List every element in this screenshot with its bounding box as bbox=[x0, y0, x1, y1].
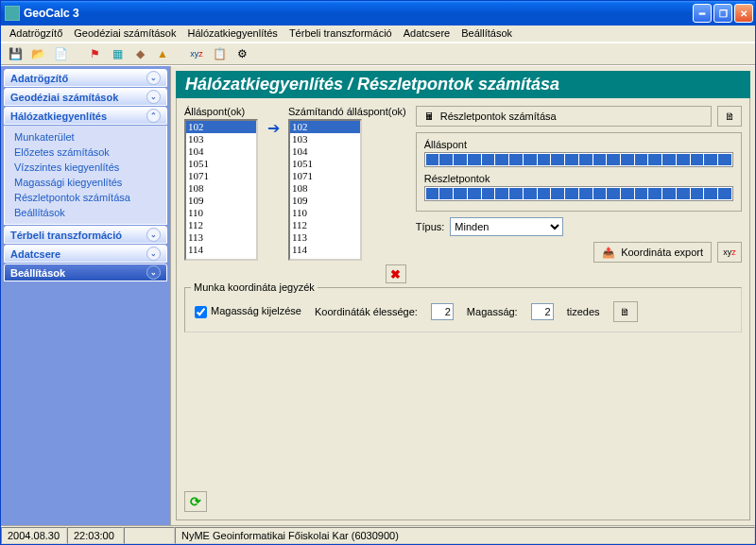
export-button[interactable]: 📤 Koordináta export bbox=[593, 242, 712, 263]
delete-button[interactable]: ✖ bbox=[386, 264, 406, 283]
panel-beallitasok[interactable]: Beállítások⌄ bbox=[4, 264, 167, 281]
list-item[interactable]: 115 bbox=[186, 256, 256, 261]
progress-label-1: Álláspont bbox=[424, 139, 733, 150]
panel-halozat-body: Munkaterület Előzetes számítások Vízszin… bbox=[4, 126, 167, 225]
titlebar: GeoCalc 3 ━ ❐ ✕ bbox=[1, 1, 755, 26]
right-listbox[interactable]: 10210310410511071108109110112113114115 bbox=[288, 119, 362, 261]
list-item[interactable]: 1051 bbox=[290, 158, 360, 170]
compute-button[interactable]: 🖩 Részletpontok számítása bbox=[416, 106, 712, 127]
close-button[interactable]: ✕ bbox=[734, 4, 753, 23]
menu-beallitasok[interactable]: Beállítások bbox=[456, 26, 517, 41]
list-item[interactable]: 1071 bbox=[290, 170, 360, 182]
menu-terbeli[interactable]: Térbeli transzformáció bbox=[284, 26, 397, 41]
statusbar: 2004.08.30 22:03:00 NyME Geoinformatikai… bbox=[1, 525, 755, 544]
minimize-button[interactable]: ━ bbox=[693, 4, 712, 23]
list-item[interactable]: 113 bbox=[290, 231, 360, 244]
munka-fieldset: Munka koordináta jegyzék Magasság kijelz… bbox=[184, 287, 742, 332]
save-icon[interactable]: 💾 bbox=[7, 45, 24, 62]
list-item[interactable]: 115 bbox=[290, 256, 360, 261]
list-item[interactable]: 114 bbox=[290, 244, 360, 256]
panel-adatcsere[interactable]: Adatcsere⌄ bbox=[4, 245, 167, 263]
page-title: Hálózatkiegyenlítés / Részletpontok szám… bbox=[176, 71, 750, 98]
document-icon[interactable]: 📄 bbox=[52, 45, 69, 62]
menu-adatcsere[interactable]: Adatcsere bbox=[399, 26, 455, 41]
open-icon[interactable]: 📂 bbox=[29, 45, 46, 62]
right-list-label: Számítandó álláspont(ok) bbox=[288, 106, 406, 117]
coord-label: Koordináták élessége: bbox=[315, 306, 418, 317]
document-icon: 🗎 bbox=[620, 306, 630, 317]
chevron-down-icon: ⌄ bbox=[146, 228, 161, 242]
status-org: NyME Geoinformatikai Főiskolai Kar (6030… bbox=[175, 527, 755, 544]
progress-box: Álláspont Részletpontok bbox=[416, 132, 742, 212]
list-item[interactable]: 104 bbox=[290, 145, 360, 158]
list-item[interactable]: 108 bbox=[186, 182, 256, 195]
window-title: GeoCalc 3 bbox=[24, 7, 693, 20]
panel-geodeziai[interactable]: Geodéziai számítások⌄ bbox=[4, 88, 167, 106]
list-item[interactable]: 104 bbox=[186, 145, 256, 158]
chevron-down-icon: ⌄ bbox=[146, 90, 161, 104]
menu-halozat[interactable]: Hálózatkiegyenlítés bbox=[182, 26, 282, 41]
maximize-button[interactable]: ❐ bbox=[713, 4, 732, 23]
list-item[interactable]: 113 bbox=[186, 231, 256, 244]
list-item[interactable]: 102 bbox=[186, 121, 256, 133]
list-item[interactable]: 112 bbox=[290, 219, 360, 231]
list-item[interactable]: 114 bbox=[186, 244, 256, 256]
list-item[interactable]: 109 bbox=[186, 195, 256, 207]
progress-bar-2 bbox=[424, 186, 733, 201]
xyz-icon[interactable]: xyz bbox=[188, 45, 205, 62]
tool-icon-3[interactable]: ◆ bbox=[131, 45, 148, 62]
list-item[interactable]: 110 bbox=[290, 207, 360, 219]
type-select[interactable]: Minden bbox=[450, 217, 563, 236]
tool-icon-2[interactable]: ▦ bbox=[109, 45, 126, 62]
app-icon bbox=[5, 6, 20, 21]
list-item[interactable]: 102 bbox=[290, 121, 360, 133]
list-item[interactable]: 112 bbox=[186, 219, 256, 231]
paste-icon[interactable]: 📋 bbox=[211, 45, 228, 62]
sidebar-item-vizszintes[interactable]: Vízszintes kiegyenlítés bbox=[14, 162, 157, 173]
left-list-label: Álláspont(ok) bbox=[184, 106, 258, 117]
list-item[interactable]: 110 bbox=[186, 207, 256, 219]
chevron-up-icon: ⌃ bbox=[146, 109, 161, 123]
status-date: 2004.08.30 bbox=[1, 527, 67, 544]
arrow-right-icon: ➔ bbox=[264, 119, 283, 137]
menu-geodeziai[interactable]: Geodéziai számítások bbox=[69, 26, 180, 41]
panel-adatrogzito[interactable]: Adatrögzítő⌄ bbox=[4, 69, 167, 87]
left-listbox[interactable]: 10210310410511071108109110112113114115 bbox=[184, 119, 258, 261]
tool-icon-1[interactable]: ⚑ bbox=[86, 45, 103, 62]
mag-input[interactable] bbox=[531, 303, 554, 320]
refresh-icon: ⟳ bbox=[190, 494, 201, 509]
list-item[interactable]: 1051 bbox=[186, 158, 256, 170]
mag-label: Magasság: bbox=[467, 306, 518, 317]
tool-icon-4[interactable]: ▲ bbox=[154, 45, 171, 62]
panel-halozat[interactable]: Hálózatkiegyenlítés⌃ bbox=[4, 107, 167, 125]
status-empty bbox=[124, 527, 175, 544]
sidebar-item-reszletpontok[interactable]: Részletpontok számítása bbox=[14, 192, 157, 203]
chevron-down-icon: ⌄ bbox=[146, 265, 161, 280]
list-item[interactable]: 103 bbox=[290, 133, 360, 145]
xyz-icon: xyz bbox=[723, 247, 736, 257]
sidebar-item-munkaterulet[interactable]: Munkaterület bbox=[14, 131, 157, 143]
munka-doc-button[interactable]: 🗎 bbox=[613, 301, 638, 322]
sidebar-item-beallitasok[interactable]: Beállítások bbox=[14, 207, 157, 218]
delete-icon: ✖ bbox=[390, 267, 401, 281]
export-icon: 📤 bbox=[602, 247, 615, 259]
coord-input[interactable] bbox=[431, 303, 454, 320]
settings-icon[interactable]: ⚙ bbox=[233, 45, 250, 62]
document-icon: 🗎 bbox=[725, 111, 735, 122]
list-item[interactable]: 1071 bbox=[186, 170, 256, 182]
sidebar-item-magassagi[interactable]: Magassági kiegyenlítés bbox=[14, 177, 157, 188]
sidebar-item-elozetes[interactable]: Előzetes számítások bbox=[14, 146, 157, 158]
xyz-button[interactable]: xyz bbox=[717, 242, 742, 263]
status-time: 22:03:00 bbox=[67, 527, 124, 544]
chk-magassag[interactable]: Magasság kijelzése bbox=[195, 305, 301, 318]
panel-terbeli[interactable]: Térbeli transzformáció⌄ bbox=[4, 226, 167, 244]
list-item[interactable]: 108 bbox=[290, 182, 360, 195]
refresh-button[interactable]: ⟳ bbox=[184, 491, 207, 512]
menu-adatrogzito[interactable]: Adatrögzítő bbox=[5, 26, 67, 41]
list-item[interactable]: 103 bbox=[186, 133, 256, 145]
doc-button[interactable]: 🗎 bbox=[717, 106, 742, 127]
list-item[interactable]: 109 bbox=[290, 195, 360, 207]
chk-magassag-input[interactable] bbox=[195, 306, 207, 318]
progress-bar-1 bbox=[424, 152, 733, 167]
content-area: Álláspont(ok) 10210310410511071108109110… bbox=[176, 98, 750, 520]
